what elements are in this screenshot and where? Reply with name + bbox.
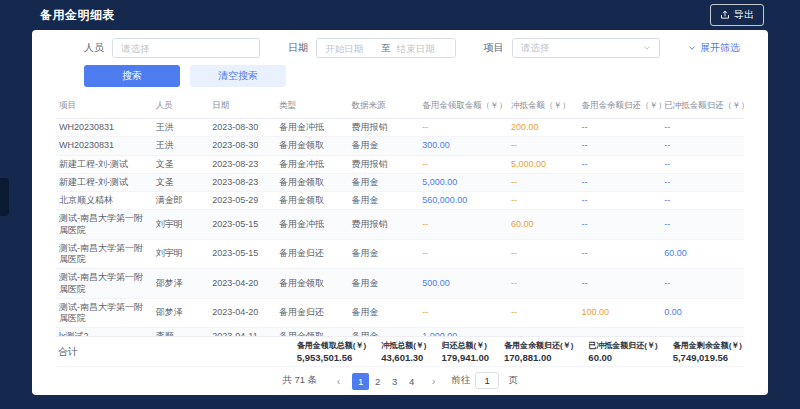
table-row[interactable]: 测试-南昌大学第一附属医院邵梦泽2023-04-20备用金领取备用金500.00…: [56, 269, 744, 299]
amount-cell: 60.00: [508, 210, 579, 240]
cell: 备用金: [349, 328, 420, 336]
table-header-row: 项目人员日期类型数据来源备用金领取金额（￥）冲抵金额（￥）备用金余额归还（￥）已…: [56, 94, 744, 119]
amount-cell: 60.00: [661, 239, 744, 269]
summary-stat: 备用金余额归还(￥)170,881.00: [504, 340, 573, 363]
date-end-input[interactable]: [397, 43, 447, 54]
amount-cell: --: [508, 239, 579, 269]
summary-stat-value: 5,953,501.56: [297, 352, 366, 363]
total-count-label: 共 71 条: [282, 374, 317, 387]
page-button[interactable]: 2: [369, 373, 386, 390]
cell: 费用报销: [349, 155, 420, 173]
date-filter-label: 日期: [288, 41, 308, 55]
column-header: 人员: [153, 94, 209, 119]
column-header: 日期: [209, 94, 276, 119]
petty-cash-table: 项目人员日期类型数据来源备用金领取金额（￥）冲抵金额（￥）备用金余额归还（￥）已…: [56, 94, 744, 336]
summary-stat-value: 179,941.00: [441, 352, 489, 363]
cell: WH20230831: [56, 119, 153, 137]
cell: 2023-08-30: [209, 119, 276, 137]
cell: 备用金: [349, 298, 420, 328]
project-select[interactable]: 请选择: [512, 38, 660, 58]
date-range-picker[interactable]: 至: [316, 38, 456, 58]
person-select-input[interactable]: [112, 38, 260, 58]
cell: 备用金领取: [276, 269, 349, 299]
amount-cell: --: [419, 119, 508, 137]
pagination: 共 71 条 ‹ 1234 › 前往 页: [56, 366, 744, 395]
summary-stat: 冲抵总额(￥)43,601.30: [381, 340, 426, 363]
project-filter-group: 项目 请选择: [484, 38, 660, 58]
summary-row: 合计 备用金领取总额(￥)5,953,501.56冲抵总额(￥)43,601.3…: [56, 336, 744, 366]
summary-stat: 备用金领取总额(￥)5,953,501.56: [297, 340, 366, 363]
total-row-label: 合计: [58, 345, 78, 359]
cell: 费用报销: [349, 210, 420, 240]
cell: 备用金领取: [276, 192, 349, 210]
goto-suffix-label: 页: [508, 374, 518, 387]
page-button[interactable]: 4: [403, 373, 420, 390]
amount-cell: --: [661, 155, 744, 173]
table-container: 项目人员日期类型数据来源备用金领取金额（￥）冲抵金额（￥）备用金余额归还（￥）已…: [56, 94, 744, 336]
expand-filter-button[interactable]: 展开筛选: [688, 41, 740, 55]
cell: 李顺: [153, 328, 209, 336]
cell: 备用金归还: [276, 298, 349, 328]
amount-cell: 0.00: [661, 298, 744, 328]
cell: 备用金: [349, 137, 420, 155]
cell: 备用金: [349, 173, 420, 191]
page-button[interactable]: 3: [386, 373, 403, 390]
summary-stat-value: 60.00: [588, 352, 657, 363]
goto-page-input[interactable]: [475, 372, 499, 389]
column-header: 冲抵金额（￥）: [508, 94, 579, 119]
project-filter-label: 项目: [484, 41, 504, 55]
date-filter-group: 日期 至: [288, 38, 456, 58]
date-start-input[interactable]: [325, 43, 375, 54]
amount-cell: --: [508, 269, 579, 299]
column-header: 已冲抵金额归还（￥）: [661, 94, 744, 119]
table-row[interactable]: WH20230831王洪2023-08-30备用金领取备用金300.00----…: [56, 137, 744, 155]
cell: WH20230831: [56, 137, 153, 155]
expand-filter-label: 展开筛选: [700, 41, 740, 55]
person-filter-group: 人员: [84, 38, 260, 58]
clear-search-button[interactable]: 清空搜索: [190, 65, 286, 87]
summary-stat-value: 43,601.30: [381, 352, 426, 363]
table-row[interactable]: 测试-南昌大学第一附属医院刘宇明2023-05-15备用金归还备用金------…: [56, 239, 744, 269]
amount-cell: 1,000.00: [419, 328, 508, 336]
cell: 备用金: [349, 239, 420, 269]
amount-cell: 5,000.00: [419, 173, 508, 191]
table-row[interactable]: lx测试2李顺2023-04-11备用金领取备用金1,000.00------: [56, 328, 744, 336]
amount-cell: --: [579, 239, 662, 269]
amount-cell: --: [579, 269, 662, 299]
summary-stat-label: 备用金余额归还(￥): [504, 340, 573, 351]
column-header: 数据来源: [349, 94, 420, 119]
page-title: 备用金明细表: [40, 7, 115, 24]
summary-stat-label: 备用金领取总额(￥): [297, 340, 366, 351]
amount-cell: --: [579, 119, 662, 137]
amount-cell: --: [661, 210, 744, 240]
amount-cell: --: [661, 173, 744, 191]
table-row[interactable]: 测试-南昌大学第一附属医院邵梦泽2023-04-20备用金归还备用金----10…: [56, 298, 744, 328]
amount-cell: --: [419, 155, 508, 173]
drawer-toggle-handle[interactable]: [0, 178, 9, 216]
amount-cell: --: [661, 269, 744, 299]
cell: 2023-05-15: [209, 239, 276, 269]
page-button[interactable]: 1: [352, 373, 369, 390]
export-button[interactable]: 导出: [710, 4, 764, 26]
amount-cell: --: [579, 192, 662, 210]
table-row[interactable]: 测试-南昌大学第一附属医院刘宇明2023-05-15备用金冲抵费用报销--60.…: [56, 210, 744, 240]
chevron-down-icon: [643, 44, 651, 52]
search-button[interactable]: 搜索: [84, 65, 180, 87]
amount-cell: --: [508, 298, 579, 328]
table-row[interactable]: 新建工程-刘-测试文圣2023-08-23备用金领取备用金5,000.00---…: [56, 173, 744, 191]
table-row[interactable]: WH20230831王洪2023-08-30备用金冲抵费用报销--200.00-…: [56, 119, 744, 137]
table-row[interactable]: 新建工程-刘-测试文圣2023-08-23备用金冲抵费用报销--5,000.00…: [56, 155, 744, 173]
cell: 2023-04-20: [209, 269, 276, 299]
amount-cell: --: [579, 137, 662, 155]
amount-cell: 100.00: [579, 298, 662, 328]
summary-stat: 归还总额(￥)179,941.00: [441, 340, 489, 363]
amount-cell: 300.00: [419, 137, 508, 155]
amount-cell: --: [661, 192, 744, 210]
summary-stat-value: 170,881.00: [504, 352, 573, 363]
amount-cell: 5,000.00: [508, 155, 579, 173]
cell: 备用金: [349, 269, 420, 299]
amount-cell: --: [508, 137, 579, 155]
next-page-button[interactable]: ›: [425, 372, 442, 389]
prev-page-button[interactable]: ‹: [330, 372, 347, 389]
table-row[interactable]: 北京顺义精林满金郎2023-05-29备用金领取备用金560,000.00---…: [56, 192, 744, 210]
